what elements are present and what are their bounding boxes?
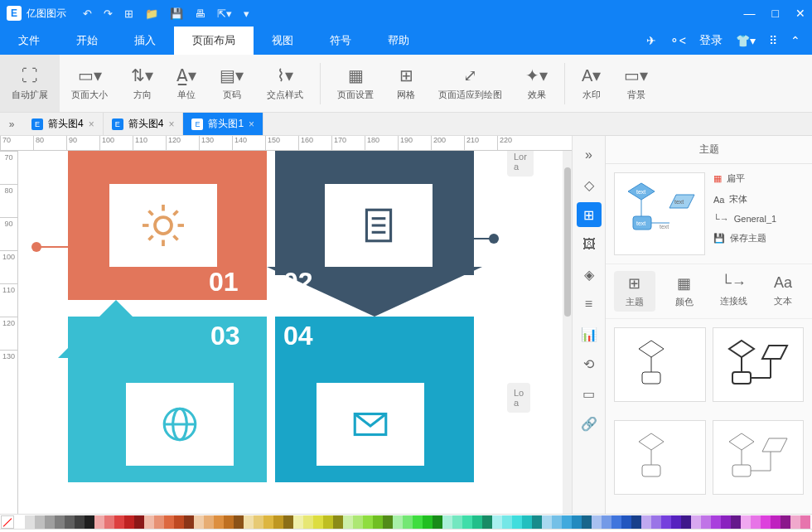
color-swatch[interactable]: [542, 515, 552, 529]
theme-tab-color[interactable]: ▦颜色: [664, 271, 705, 312]
color-swatch[interactable]: [572, 515, 582, 529]
login-button[interactable]: 登录: [699, 33, 723, 48]
color-swatch[interactable]: [164, 515, 174, 529]
send-icon[interactable]: ✈: [646, 34, 656, 47]
color-swatch[interactable]: [800, 515, 810, 529]
color-swatch[interactable]: [154, 515, 164, 529]
color-swatch[interactable]: [273, 515, 283, 529]
color-swatch[interactable]: [214, 515, 224, 529]
color-swatch[interactable]: [482, 515, 492, 529]
color-swatch[interactable]: [602, 515, 611, 529]
color-swatch[interactable]: [771, 515, 781, 529]
new-icon[interactable]: ⊞: [124, 7, 133, 20]
color-swatch[interactable]: [522, 515, 532, 529]
color-swatch[interactable]: [472, 515, 482, 529]
color-swatch[interactable]: [433, 515, 442, 529]
menu-help[interactable]: 帮助: [370, 27, 428, 55]
color-swatch[interactable]: [15, 515, 25, 529]
theme-opt-font[interactable]: Aa宋体: [713, 193, 804, 206]
image-icon[interactable]: 🖼: [577, 232, 602, 257]
color-swatch[interactable]: [403, 515, 413, 529]
ribbon-auto-expand[interactable]: ⛶自动扩展: [0, 55, 60, 112]
color-swatch[interactable]: [144, 515, 154, 529]
menu-insert[interactable]: 插入: [116, 27, 174, 55]
menu-view[interactable]: 视图: [254, 27, 312, 55]
qat-more-icon[interactable]: ▾: [244, 7, 249, 20]
theme-tab-text[interactable]: Aa文本: [762, 271, 804, 312]
align-icon[interactable]: ≡: [577, 292, 602, 317]
color-swatch[interactable]: [283, 515, 293, 529]
color-swatch[interactable]: [462, 515, 472, 529]
collapse-ribbon-icon[interactable]: ⌃: [790, 34, 800, 47]
document-tab-active[interactable]: E 箭头图1 ×: [183, 113, 263, 135]
color-swatch[interactable]: [114, 515, 124, 529]
color-swatch[interactable]: [363, 515, 373, 529]
color-swatch[interactable]: [502, 515, 512, 529]
color-swatch[interactable]: [781, 515, 790, 529]
expand-left-panel-icon[interactable]: »: [0, 113, 23, 135]
color-swatch[interactable]: [641, 515, 651, 529]
theme-tab-connector[interactable]: └→连接线: [713, 271, 755, 312]
color-swatch[interactable]: [343, 515, 353, 529]
document-tab[interactable]: E 箭头图4 ×: [104, 113, 184, 135]
color-swatch[interactable]: [313, 515, 323, 529]
color-swatch[interactable]: [75, 515, 85, 529]
color-swatch[interactable]: [234, 515, 244, 529]
ribbon-effect[interactable]: ✦▾效果: [514, 55, 559, 112]
ribbon-grid[interactable]: ⊞网格: [385, 55, 427, 112]
close-tab-icon[interactable]: ×: [89, 118, 94, 130]
color-swatch[interactable]: [373, 515, 383, 529]
color-swatch[interactable]: [25, 515, 35, 529]
ribbon-intersect-style[interactable]: ⌇▾交点样式: [255, 55, 315, 112]
color-swatch[interactable]: [452, 515, 462, 529]
color-swatch[interactable]: [761, 515, 771, 529]
color-swatch[interactable]: [244, 515, 254, 529]
share-icon[interactable]: ⚬<: [669, 34, 686, 47]
theme-opt-flat[interactable]: ▦扁平: [713, 172, 804, 185]
canvas-note-2[interactable]: Loa: [507, 383, 530, 413]
color-swatch[interactable]: [124, 515, 134, 529]
color-swatch[interactable]: [671, 515, 681, 529]
color-swatch[interactable]: [323, 515, 333, 529]
color-swatch[interactable]: [65, 515, 75, 529]
menu-file[interactable]: 文件: [0, 27, 58, 55]
maximize-icon[interactable]: □: [772, 7, 779, 20]
canvas[interactable]: 01 02 Lora 03: [18, 151, 572, 514]
theme-preview-thumb[interactable]: text text text text: [614, 172, 705, 255]
color-swatch[interactable]: [790, 515, 800, 529]
color-swatch[interactable]: [552, 515, 562, 529]
color-swatch[interactable]: [592, 515, 602, 529]
ribbon-page-size[interactable]: ▭▾页面大小: [60, 55, 119, 112]
history-icon[interactable]: ⟲: [577, 351, 602, 376]
color-swatch[interactable]: [85, 515, 94, 529]
theme-card[interactable]: [713, 327, 805, 402]
layers-icon[interactable]: ◈: [577, 262, 602, 287]
color-swatch[interactable]: [333, 515, 343, 529]
print-icon[interactable]: 🖶: [195, 7, 205, 20]
menu-start[interactable]: 开始: [58, 27, 116, 55]
color-swatch[interactable]: [383, 515, 393, 529]
collapse-panel-icon[interactable]: »: [577, 143, 602, 167]
theme-card[interactable]: [713, 420, 805, 495]
color-swatch[interactable]: [611, 515, 621, 529]
theme-opt-general[interactable]: └→General_1: [713, 214, 804, 224]
color-swatch[interactable]: [691, 515, 701, 529]
color-swatch[interactable]: [263, 515, 273, 529]
ribbon-unit[interactable]: A̲▾单位: [165, 55, 208, 112]
theme-card[interactable]: [614, 420, 706, 495]
scrollbar-vertical[interactable]: [563, 151, 572, 514]
color-swatch[interactable]: [174, 515, 184, 529]
color-swatch[interactable]: [701, 515, 711, 529]
color-swatch[interactable]: [741, 515, 751, 529]
color-swatch[interactable]: [293, 515, 303, 529]
color-swatch[interactable]: [651, 515, 661, 529]
color-swatch[interactable]: [194, 515, 204, 529]
save-icon[interactable]: 💾: [170, 7, 183, 20]
color-swatch[interactable]: [621, 515, 631, 529]
color-swatch[interactable]: [423, 515, 433, 529]
color-swatch[interactable]: [184, 515, 194, 529]
ribbon-page-number[interactable]: ▤▾页码: [208, 55, 255, 112]
color-swatch[interactable]: [721, 515, 731, 529]
color-swatch[interactable]: [532, 515, 542, 529]
color-swatch[interactable]: [681, 515, 691, 529]
